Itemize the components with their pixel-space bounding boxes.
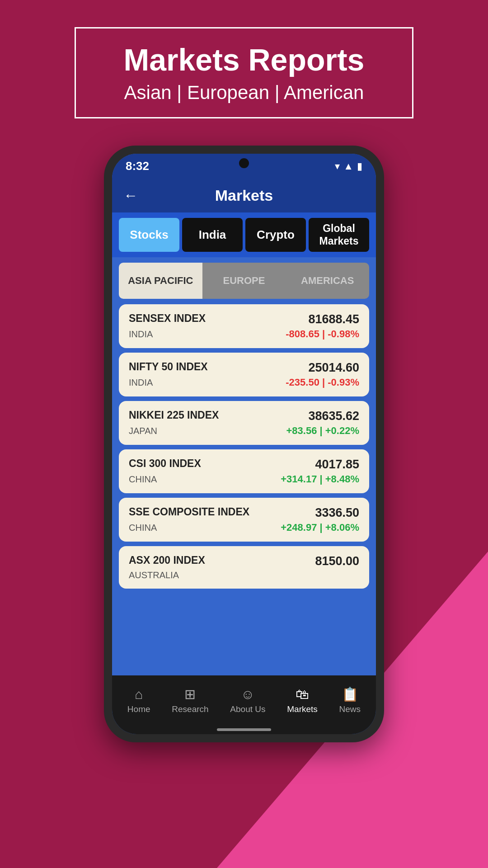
- page-title: Markets: [215, 187, 273, 204]
- tab-india[interactable]: India: [182, 218, 243, 252]
- news-icon: 📋: [342, 686, 358, 702]
- nav-research-label: Research: [172, 704, 208, 714]
- banner-title: Markets Reports: [103, 42, 385, 77]
- nav-research[interactable]: ⊞ Research: [172, 686, 208, 714]
- market-name-1: NIFTY 50 INDEX: [129, 361, 208, 373]
- nav-about[interactable]: ☺ About Us: [230, 687, 265, 714]
- tab-global-markets[interactable]: GlobalMarkets: [309, 218, 369, 252]
- market-name-3: CSI 300 INDEX: [129, 458, 201, 470]
- market-value-5: 8150.00: [315, 554, 359, 568]
- battery-icon: ▮: [357, 160, 362, 172]
- banner-subtitle: Asian | European | American: [103, 82, 385, 104]
- market-value-4: 3336.50: [315, 506, 359, 520]
- market-card-sse-composite-index[interactable]: SSE COMPOSITE INDEX3336.50CHINA+248.97 |…: [119, 498, 369, 542]
- home-bar: [217, 728, 271, 731]
- market-value-1: 25014.60: [308, 361, 359, 375]
- status-icons: ▾ ▲ ▮: [335, 160, 362, 172]
- market-change-2: +83.56 | +0.22%: [286, 425, 359, 437]
- phone-screen: 8:32 ▾ ▲ ▮ ← Markets Stocks India: [112, 154, 376, 734]
- market-region-5: AUSTRALIA: [129, 570, 179, 580]
- app-header: ← Markets: [112, 179, 376, 212]
- market-name-0: SENSEX INDEX: [129, 312, 206, 325]
- phone-outer: 8:32 ▾ ▲ ▮ ← Markets Stocks India: [104, 146, 384, 742]
- market-change-3: +314.17 | +8.48%: [281, 473, 359, 485]
- back-button[interactable]: ←: [123, 187, 138, 204]
- region-tabs: ASIA PACIFIC EUROPE AMERICAS: [119, 263, 369, 299]
- phone-wrapper: 8:32 ▾ ▲ ▮ ← Markets Stocks India: [104, 146, 384, 742]
- market-card-csi-300-index[interactable]: CSI 300 INDEX4017.85CHINA+314.17 | +8.48…: [119, 449, 369, 493]
- nav-home[interactable]: ⌂ Home: [127, 687, 150, 714]
- market-region-4: CHINA: [129, 523, 157, 533]
- research-icon: ⊞: [184, 686, 196, 702]
- nav-news[interactable]: 📋 News: [339, 686, 361, 714]
- status-bar: 8:32 ▾ ▲ ▮: [112, 154, 376, 179]
- market-region-2: JAPAN: [129, 426, 157, 436]
- home-indicator: [112, 725, 376, 734]
- signal-icon: ▲: [343, 160, 353, 172]
- nav-about-label: About Us: [230, 704, 265, 714]
- market-value-0: 81688.45: [308, 312, 359, 326]
- region-tab-americas[interactable]: AMERICAS: [286, 263, 369, 299]
- home-icon: ⌂: [135, 687, 143, 702]
- market-card-asx-200-index[interactable]: ASX 200 INDEX8150.00AUSTRALIA: [119, 546, 369, 589]
- market-change-4: +248.97 | +8.06%: [281, 522, 359, 533]
- camera-notch: [239, 158, 249, 168]
- market-region-1: INDIA: [129, 377, 153, 388]
- nav-markets[interactable]: 🛍 Markets: [287, 687, 318, 714]
- market-value-2: 38635.62: [308, 409, 359, 423]
- tab-bar: Stocks India Crypto GlobalMarkets: [112, 212, 376, 257]
- nav-home-label: Home: [127, 704, 150, 714]
- wifi-icon: ▾: [335, 160, 340, 172]
- market-card-sensex-index[interactable]: SENSEX INDEX81688.45INDIA-808.65 | -0.98…: [119, 304, 369, 348]
- market-value-3: 4017.85: [315, 458, 359, 472]
- bottom-nav: ⌂ Home ⊞ Research ☺ About Us 🛍 Markets 📋: [112, 675, 376, 725]
- market-name-5: ASX 200 INDEX: [129, 554, 205, 566]
- region-tab-europe[interactable]: EUROPE: [202, 263, 286, 299]
- header-banner: Markets Reports Asian | European | Ameri…: [75, 27, 413, 118]
- market-change-1: -235.50 | -0.93%: [286, 377, 359, 388]
- market-name-4: SSE COMPOSITE INDEX: [129, 506, 249, 518]
- market-region-0: INDIA: [129, 329, 153, 340]
- markets-icon: 🛍: [296, 687, 309, 702]
- market-region-3: CHINA: [129, 474, 157, 485]
- market-card-nifty-50-index[interactable]: NIFTY 50 INDEX25014.60INDIA-235.50 | -0.…: [119, 353, 369, 396]
- tab-stocks[interactable]: Stocks: [119, 218, 179, 252]
- market-card-nikkei-225-index[interactable]: NIKKEI 225 INDEX38635.62JAPAN+83.56 | +0…: [119, 401, 369, 445]
- about-icon: ☺: [241, 687, 255, 702]
- market-list: SENSEX INDEX81688.45INDIA-808.65 | -0.98…: [112, 304, 376, 675]
- region-tab-asia[interactable]: ASIA PACIFIC: [119, 263, 202, 299]
- nav-news-label: News: [339, 704, 361, 714]
- status-time: 8:32: [126, 159, 149, 173]
- tab-crypto[interactable]: Crypto: [245, 218, 306, 252]
- market-name-2: NIKKEI 225 INDEX: [129, 409, 219, 421]
- market-change-0: -808.65 | -0.98%: [286, 328, 359, 340]
- nav-markets-label: Markets: [287, 704, 318, 714]
